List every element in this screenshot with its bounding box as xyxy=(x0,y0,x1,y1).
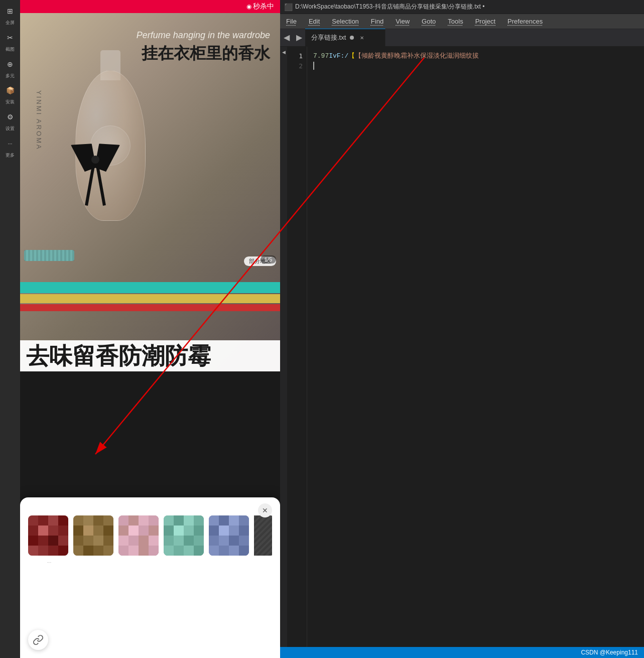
toolbar-multi[interactable]: ⊕ xyxy=(2,57,18,71)
line-number-2: 2 xyxy=(287,61,307,71)
tab-label: 分享链接.txt xyxy=(311,33,346,42)
code-line-2 xyxy=(313,61,638,71)
text-cursor xyxy=(313,62,314,70)
left-panel: ⊞ 全屏 ✂ 截图 ⊕ 多元 📦 安装 ⚙ 设置 ··· 更多 xyxy=(0,0,280,658)
en-text: Perfume hanging in the wardrobe xyxy=(137,30,270,41)
color-bars xyxy=(20,282,280,311)
app-icon: ⬛ xyxy=(284,3,292,11)
code-content[interactable]: 7.97 IvF:/【【倾龄视黄醇晚霜补水保湿淡化滋润细纹拔 xyxy=(307,47,644,647)
thumb-4[interactable] xyxy=(164,515,204,556)
line-numbers: 1 2 xyxy=(287,47,307,647)
tab-scroll-left[interactable]: ◀ xyxy=(280,29,293,46)
brand-text: YINMI AROMA xyxy=(35,90,43,151)
page-indicator: 1/5 xyxy=(261,255,276,264)
menu-bar: File Edit Selection Find View Goto Tools… xyxy=(280,14,644,29)
tab-bar: ◀ ▶ 分享链接.txt ✕ xyxy=(280,29,644,47)
dialog-close-button[interactable]: ✕ xyxy=(258,503,272,517)
menu-tools[interactable]: Tools xyxy=(446,17,465,26)
toolbar-screenshot[interactable]: ✂ xyxy=(2,31,18,45)
label-multi: 多元 xyxy=(6,73,15,79)
red-bar xyxy=(20,304,280,311)
bottom-link-icon[interactable] xyxy=(28,630,48,650)
teal-bar xyxy=(20,282,280,293)
flash-sale-banner: ◉ 秒杀中 xyxy=(20,0,280,13)
menu-project[interactable]: Project xyxy=(473,17,497,26)
menu-preferences[interactable]: Preferences xyxy=(505,17,545,26)
toolbar-fullscreen[interactable]: ⊞ xyxy=(2,4,18,18)
code-line-1: 7.97 IvF:/【【倾龄视黄醇晚霜补水保湿淡化滋润细纹拔 xyxy=(313,51,638,61)
thumb-2[interactable] xyxy=(73,515,113,556)
left-content: YINMI AROMA Perfume hanging in the wardr… xyxy=(20,0,280,658)
label-screenshot: 截图 xyxy=(6,47,15,52)
menu-file[interactable]: File xyxy=(284,17,299,26)
title-bar-text: D:\WorkSpace\taobao\T1953-抖音店铺商品分享链接采集\分… xyxy=(295,3,484,11)
label-install: 安装 xyxy=(6,99,15,105)
product-image-area[interactable]: YINMI AROMA Perfume hanging in the wardr… xyxy=(20,0,280,371)
dialog-thumbnails xyxy=(28,515,272,556)
yellow-bar xyxy=(20,294,280,303)
shop-badge xyxy=(24,250,74,261)
menu-goto[interactable]: Goto xyxy=(420,17,438,26)
label-more: 更多 xyxy=(6,153,15,158)
editor-left-bar: ◀ xyxy=(280,47,287,647)
tab-scroll-right[interactable]: ▶ xyxy=(293,29,305,46)
toolbar-more[interactable]: ··· xyxy=(2,137,18,151)
label-fullscreen: 全屏 xyxy=(6,20,15,26)
editor-area[interactable]: ◀ 1 2 7.97 IvF:/【【倾龄视黄醇晚霜补水保湿淡化滋润细纹拔 xyxy=(280,47,644,647)
tab-close-button[interactable]: ✕ xyxy=(358,34,366,42)
tab-modified-dot xyxy=(350,36,354,40)
tab-file[interactable]: 分享链接.txt ✕ xyxy=(305,29,385,46)
toolbar-settings[interactable]: ⚙ xyxy=(2,110,18,124)
status-text: CSDN @Keeping111 xyxy=(581,649,638,656)
dialog-popup: ✕ xyxy=(20,497,280,658)
line-number-1: 1 xyxy=(287,51,307,61)
title-bar: ⬛ D:\WorkSpace\taobao\T1953-抖音店铺商品分享链接采集… xyxy=(280,0,644,14)
label-settings: 设置 xyxy=(6,126,15,131)
thumb-3[interactable] xyxy=(118,515,159,556)
menu-find[interactable]: Find xyxy=(369,17,385,26)
link-button[interactable] xyxy=(28,630,48,650)
perfume-bottle xyxy=(60,40,161,241)
thumb-1[interactable] xyxy=(28,515,68,556)
thumb-labels: ··· xyxy=(28,560,272,565)
menu-selection[interactable]: Selection xyxy=(330,17,360,26)
thumb-5[interactable] xyxy=(209,515,249,556)
right-panel: ⬛ D:\WorkSpace\taobao\T1953-抖音店铺商品分享链接采集… xyxy=(280,0,644,658)
big-product-text: 去味留香防潮防霉 xyxy=(26,343,211,369)
status-bar: CSDN @Keeping111 xyxy=(280,647,644,658)
product-bottom-bar: 去味留香防潮防霉 xyxy=(20,340,280,371)
left-toolbar: ⊞ 全屏 ✂ 截图 ⊕ 多元 📦 安装 ⚙ 设置 ··· 更多 xyxy=(0,0,20,658)
menu-view[interactable]: View xyxy=(394,17,412,26)
thumb-6-partial[interactable] xyxy=(254,515,272,556)
scroll-left-arrow[interactable]: ◀ xyxy=(280,49,287,56)
toolbar-install[interactable]: 📦 xyxy=(2,83,18,97)
menu-edit[interactable]: Edit xyxy=(307,17,322,26)
